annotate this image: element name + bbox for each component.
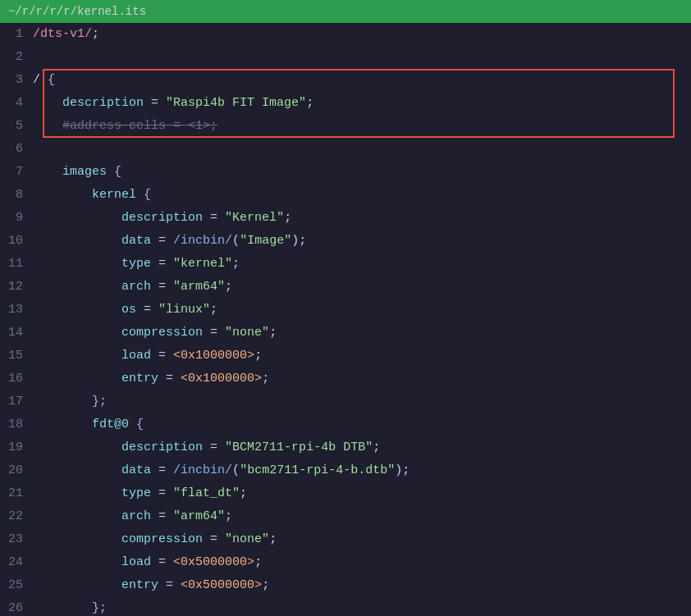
line-number-12: 12 <box>0 276 33 299</box>
code-line-22: 22 arch = "arm64"; <box>0 505 691 528</box>
line-content-19: description = "BCM2711-rpi-4b DTB"; <box>33 436 691 459</box>
code-line-12: 12 arch = "arm64"; <box>0 276 691 299</box>
code-line-6: 6 <box>0 138 691 161</box>
code-line-18: 18 fdt@0 { <box>0 413 691 436</box>
line-content-8: kernel { <box>33 184 691 207</box>
line-content-22: arch = "arm64"; <box>33 505 691 528</box>
line-content-4: description = "Raspi4b FIT Image"; <box>33 92 691 115</box>
line-number-10: 10 <box>0 230 33 253</box>
line-number-4: 4 <box>0 92 33 115</box>
code-line-15: 15 load = <0x1000000>; <box>0 345 691 367</box>
line-content-13: os = "linux"; <box>33 299 691 322</box>
line-content-20: data = /incbin/("bcm2711-rpi-4-b.dtb"); <box>33 459 691 482</box>
line-number-5: 5 <box>0 115 33 138</box>
code-line-9: 9 description = "Kernel"; <box>0 207 691 230</box>
line-number-14: 14 <box>0 322 33 345</box>
line-number-9: 9 <box>0 207 33 230</box>
line-number-17: 17 <box>0 390 33 413</box>
line-content-7: images { <box>33 161 691 184</box>
line-number-3: 3 <box>0 69 33 92</box>
line-content-15: load = <0x1000000>; <box>33 345 691 367</box>
code-line-26: 26 }; <box>0 597 691 616</box>
code-line-23: 23 compression = "none"; <box>0 528 691 551</box>
line-content-9: description = "Kernel"; <box>33 207 691 230</box>
line-content-25: entry = <0x5000000>; <box>33 574 691 597</box>
line-number-2: 2 <box>0 46 33 69</box>
line-number-26: 26 <box>0 597 33 616</box>
line-content-16: entry = <0x1000000>; <box>33 367 691 390</box>
code-line-1: 1 /dts-v1/; <box>0 23 691 46</box>
code-line-20: 20 data = /incbin/("bcm2711-rpi-4-b.dtb"… <box>0 459 691 482</box>
code-editor: 1 /dts-v1/; 2 3 / { 4 description = "Ras… <box>0 23 691 616</box>
code-line-25: 25 entry = <0x5000000>; <box>0 574 691 597</box>
code-line-19: 19 description = "BCM2711-rpi-4b DTB"; <box>0 436 691 459</box>
line-content-17: }; <box>33 390 691 413</box>
code-line-14: 14 compression = "none"; <box>0 322 691 345</box>
line-number-19: 19 <box>0 436 33 459</box>
line-content-3: / { <box>33 69 691 92</box>
line-number-21: 21 <box>0 482 33 505</box>
code-line-7: 7 images { <box>0 161 691 184</box>
code-line-17: 17 }; <box>0 390 691 413</box>
code-line-11: 11 type = "kernel"; <box>0 253 691 276</box>
code-line-10: 10 data = /incbin/("Image"); <box>0 230 691 253</box>
line-content-21: type = "flat_dt"; <box>33 482 691 505</box>
line-number-23: 23 <box>0 528 33 551</box>
code-line-4: 4 description = "Raspi4b FIT Image"; <box>0 92 691 115</box>
line-content-23: compression = "none"; <box>33 528 691 551</box>
line-number-6: 6 <box>0 138 33 161</box>
code-line-5: 5 #address-cells = <1>; <box>0 115 691 138</box>
line-number-20: 20 <box>0 459 33 482</box>
line-number-13: 13 <box>0 299 33 322</box>
line-number-8: 8 <box>0 184 33 207</box>
line-number-22: 22 <box>0 505 33 528</box>
code-line-3: 3 / { <box>0 69 691 92</box>
title-bar: ~/r/r/r/r/kernel.its <box>0 0 691 23</box>
line-number-1: 1 <box>0 23 33 46</box>
line-content-26: }; <box>33 597 691 616</box>
line-number-25: 25 <box>0 574 33 597</box>
code-line-16: 16 entry = <0x1000000>; <box>0 367 691 390</box>
line-number-24: 24 <box>0 551 33 574</box>
line-content-5: #address-cells = <1>; <box>33 115 691 138</box>
code-line-24: 24 load = <0x5000000>; <box>0 551 691 574</box>
line-content-14: compression = "none"; <box>33 322 691 345</box>
line-content-24: load = <0x5000000>; <box>33 551 691 574</box>
line-number-7: 7 <box>0 161 33 184</box>
code-line-2: 2 <box>0 46 691 69</box>
line-content-12: arch = "arm64"; <box>33 276 691 299</box>
code-line-8: 8 kernel { <box>0 184 691 207</box>
code-line-13: 13 os = "linux"; <box>0 299 691 322</box>
line-number-11: 11 <box>0 253 33 276</box>
code-line-21: 21 type = "flat_dt"; <box>0 482 691 505</box>
line-number-16: 16 <box>0 367 33 390</box>
line-content-10: data = /incbin/("Image"); <box>33 230 691 253</box>
line-number-15: 15 <box>0 345 33 367</box>
line-content-11: type = "kernel"; <box>33 253 691 276</box>
line-number-18: 18 <box>0 413 33 436</box>
file-title: ~/r/r/r/r/kernel.its <box>8 5 146 18</box>
line-content-1: /dts-v1/; <box>33 23 691 46</box>
highlighted-region: 3 / { 4 description = "Raspi4b FIT Image… <box>0 69 691 138</box>
line-content-18: fdt@0 { <box>33 413 691 436</box>
